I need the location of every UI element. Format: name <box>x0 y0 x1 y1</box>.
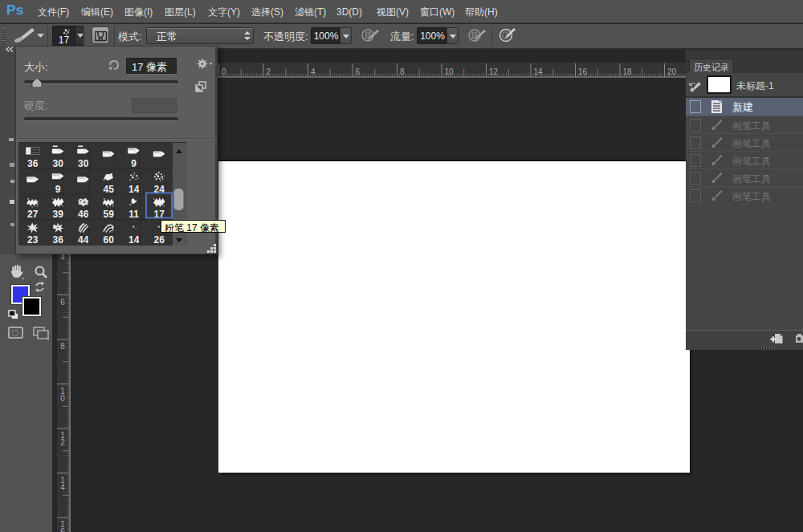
svg-text:9: 9 <box>131 158 137 169</box>
svg-text:9: 9 <box>55 184 61 195</box>
svg-text:6: 6 <box>356 67 361 76</box>
svg-text:36: 36 <box>27 158 39 169</box>
svg-text:14: 14 <box>128 234 140 246</box>
svg-text:8: 8 <box>60 342 65 351</box>
svg-text:23: 23 <box>27 234 39 246</box>
svg-text:46: 46 <box>78 209 89 220</box>
svg-text:2: 2 <box>267 67 271 76</box>
svg-text:0: 0 <box>60 394 65 403</box>
svg-text:6: 6 <box>60 527 65 532</box>
svg-text:14: 14 <box>534 67 544 76</box>
svg-text:26: 26 <box>154 234 165 246</box>
svg-text:39: 39 <box>53 209 64 220</box>
svg-text:45: 45 <box>104 184 115 195</box>
svg-text:36: 36 <box>53 234 64 246</box>
svg-text:0: 0 <box>222 67 226 76</box>
svg-text:18: 18 <box>623 67 633 76</box>
svg-text:59: 59 <box>104 209 115 220</box>
svg-text:2: 2 <box>60 438 65 447</box>
svg-text:6: 6 <box>60 298 65 307</box>
svg-text:60: 60 <box>104 234 115 246</box>
svg-text:16: 16 <box>578 67 588 76</box>
svg-text:8: 8 <box>400 67 405 76</box>
svg-text:44: 44 <box>78 234 89 246</box>
svg-text:10: 10 <box>445 67 454 76</box>
svg-text:30: 30 <box>53 158 64 169</box>
svg-text:30: 30 <box>78 158 89 169</box>
svg-text:4: 4 <box>311 67 316 76</box>
svg-text:27: 27 <box>27 209 39 220</box>
svg-text:11: 11 <box>128 209 139 220</box>
svg-text:20: 20 <box>667 67 677 76</box>
svg-text:4: 4 <box>60 483 65 492</box>
svg-text:12: 12 <box>489 67 499 76</box>
svg-text:14: 14 <box>128 184 140 195</box>
